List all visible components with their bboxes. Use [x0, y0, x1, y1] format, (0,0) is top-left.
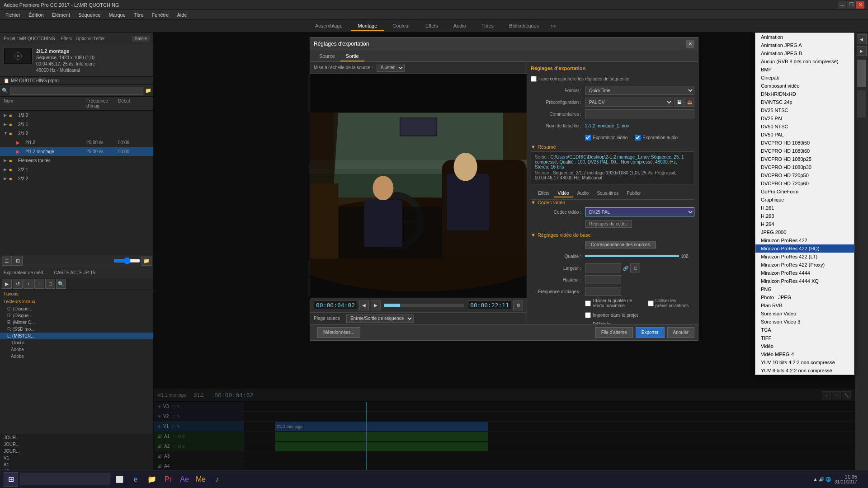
list-item[interactable]: ▶ ■ 2/2.1	[0, 165, 153, 174]
col-start-header[interactable]: Début	[118, 99, 150, 108]
show-desktop-btn[interactable]	[861, 472, 864, 487]
dropdown-item[interactable]: Miraizon ProRes 4444 XQ	[755, 277, 854, 285]
dropdown-item[interactable]: Vidéo MPEG-4	[755, 350, 854, 358]
scale-select[interactable]: Ajuster	[377, 64, 405, 72]
search-btn[interactable]: 🔍	[56, 279, 66, 289]
local-readers-label[interactable]: Lecteurs locaux	[0, 298, 153, 305]
dropdown-item[interactable]: Cinepak	[755, 74, 854, 82]
drive-f[interactable]: F: (SSD mo...	[0, 326, 153, 333]
dropdown-item[interactable]: Plan RVB	[755, 301, 854, 310]
dropdown-item[interactable]: PNG	[755, 285, 854, 293]
width-input[interactable]: 720	[585, 263, 621, 272]
subfolder-3[interactable]: Adobe	[0, 353, 153, 360]
right-tool-2[interactable]: ▶	[857, 46, 867, 56]
settings-button[interactable]: ⚙	[513, 300, 523, 310]
dropdown-item[interactable]: DV/NTSC 24p	[755, 98, 854, 106]
out-btn[interactable]: −	[34, 279, 44, 289]
ae-btn[interactable]: Ae	[177, 472, 192, 487]
restore-button[interactable]: ❐	[847, 1, 855, 9]
format-select[interactable]: QuickTime	[585, 86, 694, 95]
dropdown-item[interactable]: H.263	[755, 212, 854, 220]
dropdown-item[interactable]: DV25 NTSC	[755, 106, 854, 114]
premiere-taskbar-btn[interactable]: Pr	[161, 472, 175, 487]
window-controls[interactable]: ─ ❐ ✕	[838, 1, 864, 9]
menu-fichier[interactable]: Fichier	[2, 11, 24, 19]
tab-effets[interactable]: Effets	[418, 21, 445, 31]
edge-btn[interactable]: e	[128, 472, 143, 487]
play-button[interactable]: ▶	[371, 300, 381, 310]
list-item[interactable]: ▶ ■ 2/1.1	[0, 120, 153, 129]
tab-assemblage[interactable]: Assemblage	[308, 21, 350, 31]
tab-more[interactable]: >>	[547, 22, 560, 31]
dialog-close-button[interactable]: ×	[686, 40, 694, 48]
queue-btn[interactable]: File d'attente	[595, 327, 633, 338]
media-item-3[interactable]: JOUR...	[0, 448, 153, 455]
menu-element[interactable]: Élément	[48, 11, 74, 19]
base-video-title[interactable]: ▼ Réglages vidéo de base	[531, 232, 694, 238]
close-button[interactable]: ✕	[856, 1, 864, 9]
menu-fenetre[interactable]: Fenêtre	[148, 11, 172, 19]
metadata-btn[interactable]: Métadonnées...	[317, 327, 360, 338]
dropdown-item[interactable]: Miraizon ProRes 422	[755, 236, 854, 244]
dialog-tab-source[interactable]: Source	[314, 52, 340, 61]
dropdown-item[interactable]: Aucun (RVB 8 bits non compressé)	[755, 57, 854, 66]
drive-c[interactable]: C: (Disque...	[0, 305, 153, 312]
width-lock-btn[interactable]: ◻	[630, 263, 640, 272]
dropdown-item[interactable]: Animation	[755, 33, 854, 41]
menu-aide[interactable]: Aide	[173, 11, 190, 19]
list-item[interactable]: ▼ ■ 2/1.2	[0, 129, 153, 138]
mark-btn[interactable]: ◻	[45, 279, 55, 289]
play-btn[interactable]: ▶	[2, 279, 12, 289]
media-item-2[interactable]: JOUR...	[0, 441, 153, 448]
media-item-a1[interactable]: A1	[0, 461, 153, 468]
dropdown-item[interactable]: BMP	[755, 66, 854, 74]
output-name-link[interactable]: 2-1.2 montage_1.mov	[585, 123, 629, 128]
taskbar-search[interactable]	[20, 474, 110, 485]
quality-slider[interactable]	[585, 255, 679, 257]
explorer-btn[interactable]: 📁	[145, 472, 159, 487]
range-select[interactable]: Entrée/Sortie de séquence	[346, 314, 414, 323]
drive-l[interactable]: L: (MISTER...	[0, 333, 153, 339]
tab-couleur[interactable]: Couleur	[385, 21, 417, 31]
dropdown-item[interactable]: Miraizon ProRes 422 (HQ)	[755, 244, 854, 253]
list-item[interactable]: ▶ 2/1.2 25,00 i/s 00:00	[0, 138, 153, 147]
list-item[interactable]: ▶ ■ Éléments traités	[0, 156, 153, 165]
effects-tab-label[interactable]: Effets	[61, 36, 72, 41]
loop-btn[interactable]: ↺	[13, 279, 23, 289]
preview-timeline[interactable]	[384, 304, 464, 307]
tab-publier[interactable]: Publier	[623, 190, 644, 197]
tab-montage[interactable]: Montage	[351, 21, 385, 31]
media-item-v1[interactable]: V1	[0, 455, 153, 461]
menu-edition[interactable]: Édition	[25, 11, 47, 19]
dropdown-item[interactable]: YUV 8 bits 4:2:2 non compressé	[755, 366, 854, 375]
dropdown-item[interactable]: Miraizon ProRes 4444	[755, 269, 854, 277]
icon-view-btn[interactable]: ⊞	[13, 256, 23, 266]
folder-icon[interactable]: 📁	[145, 88, 151, 94]
resume-title[interactable]: ▼ Résumé	[531, 144, 694, 150]
dropdown-item[interactable]: Photo - JPEG	[755, 293, 854, 301]
drive-d[interactable]: D: (Disque...	[0, 312, 153, 319]
import-preset-btn[interactable]: 📥	[684, 98, 694, 107]
dropdown-item[interactable]: DVCPRO HD 720p60	[755, 179, 854, 188]
height-input[interactable]: 576	[585, 275, 621, 284]
tab-titres[interactable]: Titres	[474, 21, 501, 31]
dropdown-item[interactable]: DVCPRO HD 1080p30	[755, 163, 854, 171]
folder-new-btn[interactable]: 📁	[142, 256, 151, 266]
dropdown-item[interactable]: JPEG 2000	[755, 228, 854, 236]
minimize-button[interactable]: ─	[838, 1, 846, 9]
dropdown-item[interactable]: DVCPRO HD 720p50	[755, 171, 854, 179]
use-previews-checkbox[interactable]	[648, 300, 654, 306]
play-back-button[interactable]: ◀	[359, 300, 369, 310]
dropdown-item[interactable]: DNxHR/DNxHD	[755, 90, 854, 98]
tab-audio[interactable]: Audio	[574, 190, 593, 197]
dropdown-item[interactable]: Vidéo	[755, 342, 854, 350]
dropdown-item[interactable]: Sorenson Video 3	[755, 318, 854, 326]
dialog-tab-sortie[interactable]: Sortie	[340, 52, 364, 61]
dropdown-item[interactable]: DV25 PAL	[755, 114, 854, 122]
tab-sous-titres[interactable]: Sous-titres	[593, 190, 622, 197]
render-max-checkbox[interactable]	[585, 300, 591, 306]
dropdown-item[interactable]: Miraizon ProRes 422 (Proxy)	[755, 261, 854, 269]
spotify-btn[interactable]: ♪	[210, 472, 224, 487]
right-tool-1[interactable]: ◀	[857, 34, 867, 44]
taskview-btn[interactable]: ⬜	[112, 472, 127, 487]
